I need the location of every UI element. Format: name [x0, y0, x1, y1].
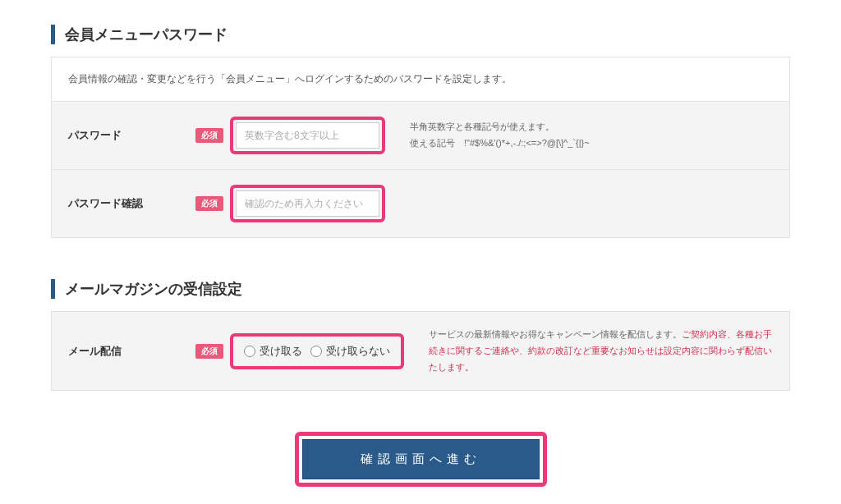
password-input[interactable]: [236, 122, 379, 149]
password-section: 会員メニューパスワード 会員情報の確認・変更などを行う「会員メニュー」へログイン…: [51, 25, 790, 238]
form-help-cell: サービスの最新情報やお得なキャンペーン情報を配信します。ご契約内容、各種お手続き…: [412, 312, 789, 390]
radio-label: 受け取る: [260, 344, 302, 359]
mail-section: メールマガジンの受信設定 メール配信 必須 受け取る: [51, 279, 790, 391]
section-box: メール配信 必須 受け取る 受け取らない: [51, 311, 790, 391]
form-help-cell: [393, 170, 789, 237]
form-label-cell: メール配信: [52, 312, 195, 390]
section-header: 会員メニューパスワード: [51, 25, 790, 44]
required-badge: 必須: [195, 128, 223, 143]
mail-delivery-row: メール配信 必須 受け取る 受け取らない: [52, 312, 789, 390]
submit-button[interactable]: 確認画面へ進む: [302, 439, 540, 479]
section-title: メールマガジンの受信設定: [65, 279, 242, 299]
section-accent-bar: [51, 279, 55, 299]
required-badge: 必須: [195, 196, 223, 211]
section-accent-bar: [51, 25, 55, 44]
highlight-box: 受け取る 受け取らない: [230, 333, 404, 369]
help-text: 半角英数字と各種記号が使えます。: [410, 119, 773, 135]
help-text: 使える記号 !"#$%&'()*+,-./:;<=>?@[\]^_`{|}~: [410, 135, 773, 152]
required-badge: 必須: [195, 344, 223, 359]
submit-area: 確認画面へ進む: [51, 432, 790, 487]
section-header: メールマガジンの受信設定: [51, 279, 790, 299]
radio-not-receive[interactable]: 受け取らない: [310, 344, 390, 359]
section-description: 会員情報の確認・変更などを行う「会員メニュー」へログインするためのパスワードを設…: [52, 57, 789, 102]
section-box: 会員情報の確認・変更などを行う「会員メニュー」へログインするためのパスワードを設…: [51, 57, 790, 238]
radio-icon: [310, 346, 322, 357]
radio-group: 受け取る 受け取らない: [236, 339, 398, 364]
form-input-cell: 必須: [195, 102, 393, 169]
field-label: パスワード: [68, 128, 122, 143]
radio-label: 受け取らない: [326, 344, 390, 359]
highlight-box: 確認画面へ進む: [295, 432, 547, 487]
password-row: パスワード 必須 半角英数字と各種記号が使えます。 使える記号 !"#$%&'(…: [52, 102, 789, 170]
highlight-box: [230, 185, 385, 222]
form-input-cell: 必須 受け取る 受け取らない: [195, 312, 412, 390]
password-confirm-input[interactable]: [236, 190, 379, 217]
password-confirm-row: パスワード確認 必須: [52, 170, 789, 237]
form-label-cell: パスワード確認: [52, 170, 195, 237]
form-input-cell: 必須: [195, 170, 393, 237]
radio-receive[interactable]: 受け取る: [244, 344, 302, 359]
form-label-cell: パスワード: [52, 102, 195, 169]
section-title: 会員メニューパスワード: [65, 25, 227, 44]
field-label: パスワード確認: [68, 196, 143, 211]
form-help-cell: 半角英数字と各種記号が使えます。 使える記号 !"#$%&'()*+,-./:;…: [393, 102, 789, 169]
help-text: サービスの最新情報やお得なキャンペーン情報を配信します。: [429, 329, 682, 339]
radio-icon: [244, 346, 255, 357]
highlight-box: [230, 117, 385, 154]
field-label: メール配信: [68, 344, 122, 359]
